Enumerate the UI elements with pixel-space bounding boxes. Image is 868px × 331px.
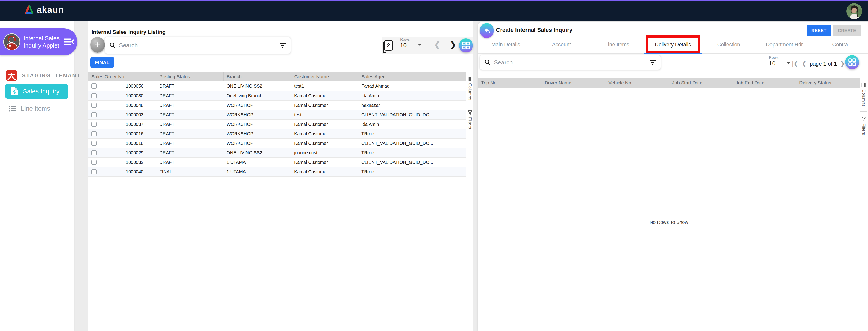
columns-side-tab[interactable]: Columns xyxy=(466,72,473,106)
row-checkbox[interactable] xyxy=(91,103,97,108)
grid-view-button[interactable] xyxy=(845,55,859,69)
filters-side-tab[interactable]: Filters xyxy=(860,112,867,140)
delivery-header-row: Trip No Driver Name Vehicle No Job Start… xyxy=(478,78,860,88)
table-row[interactable]: 1000003 DRAFTWORKSHOPtestCLIENT_VALIDATI… xyxy=(88,110,466,119)
reset-button[interactable]: RESET xyxy=(807,25,831,36)
listing-search-input[interactable] xyxy=(119,42,277,49)
avatar[interactable] xyxy=(846,3,862,19)
collapse-sidebar-icon[interactable] xyxy=(64,38,74,46)
rows-per-page-select[interactable]: 10 xyxy=(400,42,422,49)
listing-header-row: Sales Order No Posting Status Branch Cus… xyxy=(88,72,466,82)
table-row[interactable]: 1000032 DRAFT1 UTAMAKamal CustomerCLIENT… xyxy=(88,157,466,167)
back-arrow-icon xyxy=(483,27,491,34)
detail-side-strip: Columns Filters xyxy=(860,78,867,331)
logo-text: akaun xyxy=(37,5,64,15)
sidebar-item-tenant[interactable]: STAGING_TENANT xyxy=(6,70,81,81)
pages-icon[interactable]: 2 xyxy=(384,40,393,51)
create-button[interactable]: CREATE xyxy=(833,25,861,36)
col-header[interactable]: Customer Name xyxy=(291,72,358,82)
table-row[interactable]: 1000040 FINAL1 UTAMAKamal CustomerTRixie xyxy=(88,167,466,177)
listing-table: Sales Order No Posting Status Branch Cus… xyxy=(88,72,466,177)
listing-rows-control: Rows 10 xyxy=(400,37,422,49)
grid-icon xyxy=(848,58,856,66)
col-header[interactable]: Branch xyxy=(223,72,291,82)
tab-bar: Main Details Account Line Items Delivery… xyxy=(478,36,868,54)
col-header[interactable]: Posting Status xyxy=(156,72,223,82)
row-checkbox[interactable] xyxy=(91,122,97,127)
listing-title: Internal Sales Inquiry Listing xyxy=(91,29,166,35)
row-checkbox[interactable] xyxy=(91,131,97,137)
delivery-table: Trip No Driver Name Vehicle No Job Start… xyxy=(478,78,860,88)
listing-search xyxy=(105,37,291,54)
caret-down-icon xyxy=(418,44,422,46)
tenant-icon xyxy=(6,70,17,81)
col-header[interactable]: Trip No xyxy=(478,78,541,88)
topbar: akaun xyxy=(0,0,868,21)
create-inquiry-panel: Create Internal Sales Inquiry RESET CREA… xyxy=(478,22,868,331)
row-checkbox[interactable] xyxy=(91,169,97,175)
svg-text:$: $ xyxy=(13,90,16,95)
row-checkbox[interactable] xyxy=(91,84,97,89)
tab-account[interactable]: Account xyxy=(533,36,589,53)
page-title: Create Internal Sales Inquiry xyxy=(496,27,572,33)
col-header[interactable]: Vehicle No xyxy=(605,78,669,88)
search-icon xyxy=(110,42,116,49)
filter-list-icon[interactable] xyxy=(280,43,286,48)
sidebar: Internal Sales Inquiry Applet STAGING_TE… xyxy=(0,21,73,331)
rows-label: Rows xyxy=(769,55,790,60)
prev-page-button[interactable]: ❮ xyxy=(802,60,807,67)
sidebar-item-label: Line Items xyxy=(21,105,50,112)
row-checkbox[interactable] xyxy=(91,141,97,146)
rows-label: Rows xyxy=(400,37,422,42)
row-checkbox[interactable] xyxy=(91,160,97,165)
applet-title: Internal Sales Inquiry Applet xyxy=(24,35,64,49)
prev-page-button[interactable]: ❮ xyxy=(434,41,440,49)
col-header[interactable]: Sales Agent xyxy=(358,72,466,82)
table-row[interactable]: 1000048 DRAFTWORKSHOPKamal Customerhakna… xyxy=(88,100,466,110)
sidebar-item-line-items[interactable]: Line Items xyxy=(9,105,50,112)
next-page-button[interactable]: ❯ xyxy=(840,60,845,67)
tab-contra[interactable]: Contra xyxy=(812,36,868,53)
funnel-icon xyxy=(862,117,866,121)
grid-icon xyxy=(462,42,470,49)
tab-department-hdr[interactable]: Department Hdr xyxy=(756,36,812,53)
rows-per-page-select[interactable]: 10 xyxy=(769,60,790,67)
detail-rows-control: Rows 10 xyxy=(769,55,790,67)
columns-side-tab[interactable]: Columns xyxy=(860,78,867,112)
first-page-button[interactable]: |❮ xyxy=(792,60,799,67)
table-row[interactable]: 1000037 DRAFTWORKSHOPKamal CustomerIda A… xyxy=(88,119,466,129)
col-header[interactable]: Delivery Status xyxy=(796,78,860,88)
sales-doc-icon: $ xyxy=(10,87,18,96)
tab-main-details[interactable]: Main Details xyxy=(478,36,533,53)
col-header[interactable]: Job End Date xyxy=(733,78,796,88)
col-header[interactable]: Job Start Date xyxy=(669,78,733,88)
listing-side-strip: Columns Filters xyxy=(466,72,473,331)
add-record-button[interactable]: + xyxy=(90,37,105,53)
akaun-triangle-icon xyxy=(24,4,34,15)
table-row[interactable]: 1000018 DRAFTWORKSHOPKamal CustomerCLIEN… xyxy=(88,139,466,148)
columns-icon xyxy=(468,77,472,81)
sidebar-item-sales-inquiry[interactable]: $ Sales Inquiry xyxy=(5,84,68,99)
table-row[interactable]: 1000016 DRAFTWORKSHOPKamal CustomerTRixi… xyxy=(88,129,466,139)
table-row[interactable]: 1000030 DRAFTOneLiving BranchKamal Custo… xyxy=(88,91,466,100)
tab-collection[interactable]: Collection xyxy=(701,36,756,53)
list-icon xyxy=(9,105,16,112)
final-filter-chip[interactable]: FINAL xyxy=(90,57,114,68)
columns-icon xyxy=(862,83,866,87)
applet-header[interactable]: Internal Sales Inquiry Applet xyxy=(0,28,78,55)
detail-search-input[interactable] xyxy=(494,59,647,66)
col-header[interactable]: Sales Order No xyxy=(88,72,156,82)
filters-side-tab[interactable]: Filters xyxy=(466,106,473,134)
row-checkbox[interactable] xyxy=(91,112,97,117)
row-checkbox[interactable] xyxy=(91,93,97,98)
empty-state-message: No Rows To Show xyxy=(478,219,860,225)
tab-delivery-details[interactable]: Delivery Details xyxy=(645,36,701,53)
table-row[interactable]: 1000056 DRAFTONE LIVING SS2test1Fahad Ah… xyxy=(88,82,466,91)
tab-line-items[interactable]: Line Items xyxy=(589,36,645,53)
filter-list-icon[interactable] xyxy=(650,60,656,65)
table-row[interactable]: 1000029 DRAFTONE LIVING SS2joanne custTR… xyxy=(88,148,466,157)
next-page-button[interactable]: ❯ xyxy=(450,41,456,49)
grid-view-button[interactable] xyxy=(459,38,473,53)
row-checkbox[interactable] xyxy=(91,150,97,155)
col-header[interactable]: Driver Name xyxy=(541,78,605,88)
